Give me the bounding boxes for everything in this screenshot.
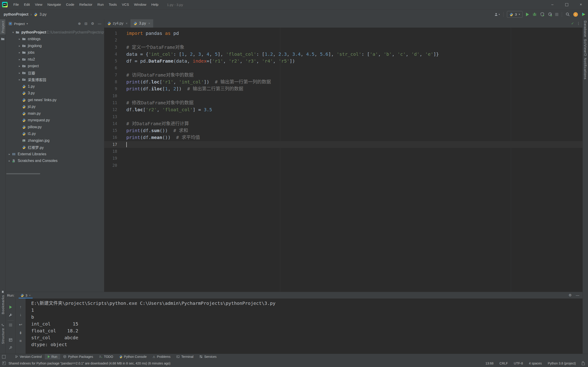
menu-run[interactable]: Run — [95, 0, 106, 9]
locate-file-icon[interactable]: ⊕ — [78, 22, 81, 26]
toolwindow-button-run[interactable]: Run — [45, 354, 61, 359]
code-text[interactable]: import pandas as pd — [126, 30, 179, 37]
menu-vcs[interactable]: VCS — [120, 0, 132, 9]
tree-item[interactable]: 1.py — [6, 83, 104, 90]
bookmark-icon[interactable] — [1, 290, 4, 294]
project-view-dropdown-icon[interactable]: ▾ — [27, 22, 28, 25]
tree-item[interactable]: pillow.py — [6, 124, 104, 131]
profiler-dropdown-icon[interactable]: ▾ — [551, 13, 552, 16]
line-number[interactable]: 12 — [104, 106, 117, 113]
inspection-ok-icon[interactable]: ✓ — [571, 21, 574, 25]
line-number[interactable]: 9 — [104, 85, 117, 92]
line-number[interactable]: 18 — [104, 148, 117, 155]
menu-tools[interactable]: Tools — [106, 0, 120, 9]
code-line[interactable]: 6 — [104, 65, 582, 71]
search-icon[interactable] — [565, 12, 570, 17]
tool-window-button-project[interactable]: Project — [0, 19, 6, 34]
line-number[interactable]: 19 — [104, 155, 117, 162]
scroll-to-end-icon[interactable]: ⇟ — [16, 331, 26, 335]
menu-view[interactable]: View — [32, 0, 45, 9]
menu-window[interactable]: Window — [131, 0, 149, 9]
tree-item[interactable]: get news' links.py — [6, 97, 104, 103]
tree-item[interactable]: main.py — [6, 110, 104, 117]
coverage-icon[interactable] — [540, 12, 545, 17]
breadcrumb-file[interactable]: 3.py — [40, 12, 46, 17]
tool-window-button-structure[interactable]: Structure — [1, 328, 5, 344]
toolwindow-button-python-packages[interactable]: Python Packages — [60, 354, 96, 359]
code-line[interactable]: 16print(df.mean()) # 求平均值 — [104, 134, 582, 141]
structure-icon[interactable] — [1, 323, 4, 327]
file-encoding[interactable]: UTF-8 — [514, 361, 523, 365]
editor-tab-zy4.py[interactable]: zy4.py× — [104, 19, 130, 27]
readonly-lock-icon[interactable] — [582, 363, 585, 365]
horizontal-scrollbar[interactable] — [6, 173, 40, 174]
tab-close-icon[interactable]: × — [148, 22, 150, 25]
line-number[interactable]: 3 — [104, 44, 117, 51]
code-text[interactable]: print(df.mean()) # 求平均值 — [126, 134, 200, 141]
line-number[interactable]: 14 — [104, 120, 117, 127]
user-icon[interactable] — [494, 13, 498, 16]
code-text[interactable]: # 对DataFrame对象进行计算 — [126, 120, 189, 127]
line-number[interactable]: 15 — [104, 127, 117, 134]
menu-edit[interactable]: Edit — [21, 0, 32, 9]
code-line[interactable]: 9print(df.iloc[1, 2]) # 输出第二行第三列的数据 — [104, 85, 582, 92]
line-number[interactable]: 1 — [104, 30, 117, 37]
tree-item[interactable]: zhangjian.jpg — [6, 137, 104, 144]
down-stack-icon[interactable]: ↓ — [16, 313, 26, 317]
code-text[interactable]: data = {'int_col': [1, 2, 3, 4, 5], 'flo… — [126, 51, 439, 58]
line-number[interactable]: 7 — [104, 72, 117, 78]
code-text[interactable]: # 修改DataFrame对象中的数据 — [126, 99, 193, 106]
code-text[interactable]: print(df.loc['r1', 'int_col']) # 输出第一行第一… — [126, 78, 271, 85]
tree-item[interactable]: ▸jingdong — [6, 42, 104, 49]
code-line[interactable]: 7# 访问DataFrame对象中的数据 — [104, 72, 582, 78]
tool-window-button-sciview[interactable]: SciView — [583, 39, 587, 53]
line-number[interactable]: 5 — [104, 58, 117, 65]
line-number[interactable]: 16 — [104, 134, 117, 141]
interpreter[interactable]: Python 3.8 (project) — [548, 361, 576, 365]
code-line[interactable]: 2 — [104, 37, 582, 44]
tool-window-button-bookmarks[interactable]: Bookmarks — [1, 295, 5, 314]
status-message[interactable]: Shared indexes for Python package "panda… — [9, 361, 170, 365]
code-line[interactable]: 19 — [104, 155, 582, 162]
whats-new-icon[interactable] — [581, 12, 586, 17]
code-area[interactable]: 1import pandas as pd23# 定义一个DataFrame对象4… — [104, 27, 582, 292]
chevron-closed-icon[interactable]: ▸ — [7, 159, 12, 162]
code-line[interactable]: 1import pandas as pd — [104, 30, 582, 37]
notifications-bell-icon[interactable] — [584, 53, 587, 56]
project-folder-icon[interactable] — [1, 37, 5, 41]
chevron-closed-icon[interactable]: ▸ — [7, 152, 12, 156]
caret-position[interactable]: 13:68 — [485, 361, 493, 365]
line-number[interactable]: 10 — [104, 92, 117, 99]
code-text[interactable]: # 访问DataFrame对象中的数据 — [126, 72, 193, 78]
debug-icon[interactable] — [532, 12, 537, 17]
toolwindow-button-problems[interactable]: ⚠Problems — [149, 354, 173, 359]
line-number[interactable]: 6 — [104, 65, 117, 71]
chevron-closed-icon[interactable]: ▸ — [17, 78, 22, 81]
chevron-closed-icon[interactable]: ▸ — [17, 37, 22, 41]
code-line[interactable]: 17 — [104, 141, 582, 148]
maximize-icon[interactable] — [560, 0, 574, 9]
tab-options-icon[interactable]: ⋮ — [577, 21, 580, 25]
code-text[interactable]: df.loc['r2', 'float_col'] = 3.5 — [126, 106, 212, 113]
chevron-closed-icon[interactable]: ▸ — [17, 65, 22, 68]
chevron-closed-icon[interactable]: ▸ — [17, 58, 22, 61]
restore-layout-icon[interactable] — [9, 338, 13, 342]
rerun-button[interactable] — [9, 306, 12, 309]
code-text[interactable]: print(df.iloc[1, 2]) # 输出第二行第三列的数据 — [126, 85, 243, 92]
tree-item[interactable]: ▸Scratches and Consoles — [6, 158, 104, 165]
tree-item[interactable]: ▸采集博客园 — [6, 76, 104, 83]
tree-item[interactable]: ▾pythonProject C:\Users\admin\PycharmPro… — [6, 29, 104, 36]
tree-item[interactable]: t1.py — [6, 131, 104, 137]
indent-setting[interactable]: 4 spaces — [529, 361, 542, 365]
line-number[interactable]: 4 — [104, 51, 117, 58]
tree-item[interactable]: ▸ntu2 — [6, 56, 104, 63]
up-stack-icon[interactable]: ↑ — [16, 305, 26, 309]
run-panel-minimize-icon[interactable]: — — [576, 293, 579, 297]
toolwindow-button-python-console[interactable]: Python Console — [116, 354, 150, 359]
update-icon[interactable]: ↑ — [573, 12, 578, 17]
user-dropdown-icon[interactable]: ▾ — [499, 13, 500, 16]
clear-console-icon[interactable]: ≡ — [16, 339, 26, 343]
tree-item[interactable]: ▸豆瓣 — [6, 69, 104, 76]
chevron-closed-icon[interactable]: ▸ — [17, 44, 22, 48]
code-text[interactable]: # 定义一个DataFrame对象 — [126, 44, 184, 51]
